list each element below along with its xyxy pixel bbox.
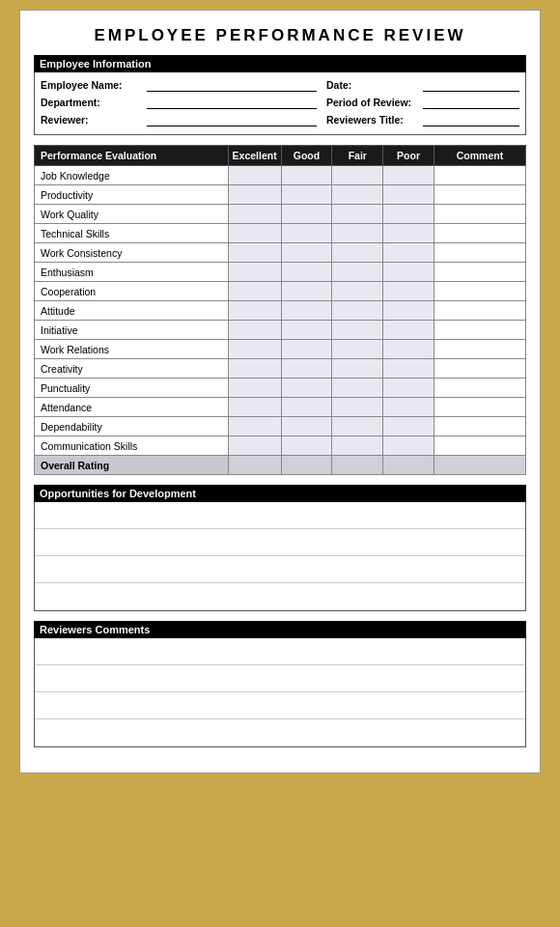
rating-cell-good-14[interactable] [281, 436, 332, 456]
rating-cell-fair-6[interactable] [332, 282, 383, 301]
col-header-category: Performance Evaluation [35, 146, 229, 166]
rating-cell-good-0[interactable] [281, 166, 332, 185]
period-group: Period of Review: [326, 96, 519, 109]
rating-cell-excellent-9[interactable] [228, 340, 281, 359]
rating-cell-good-6[interactable] [281, 282, 332, 301]
comment-cell-13[interactable] [434, 417, 525, 436]
rating-cell-excellent-6[interactable] [228, 282, 281, 301]
rating-cell-good-8[interactable] [281, 321, 332, 340]
rating-cell-excellent-12[interactable] [228, 398, 281, 417]
rating-cell-poor-13[interactable] [383, 417, 434, 436]
rating-cell-excellent-1[interactable] [228, 185, 281, 205]
employee-name-input[interactable] [147, 78, 317, 92]
department-input[interactable] [147, 96, 317, 109]
rating-cell-good-9[interactable] [281, 340, 332, 359]
comment-cell-9[interactable] [434, 340, 525, 359]
comment-cell-8[interactable] [434, 321, 525, 340]
comment-cell-11[interactable] [434, 379, 525, 398]
comment-cell-6[interactable] [434, 282, 525, 301]
rating-cell-fair-1[interactable] [332, 185, 383, 205]
rating-cell-poor-0[interactable] [383, 166, 434, 185]
rating-cell-poor-9[interactable] [383, 340, 434, 359]
rating-cell-fair-4[interactable] [332, 243, 383, 263]
rating-cell-poor-5[interactable] [383, 263, 434, 282]
rating-cell-excellent-13[interactable] [228, 417, 281, 436]
rating-cell-excellent-15[interactable] [228, 456, 281, 475]
dev-line-1[interactable] [35, 502, 525, 529]
rating-cell-good-2[interactable] [281, 205, 332, 224]
rating-cell-excellent-14[interactable] [228, 436, 281, 456]
comment-cell-2[interactable] [434, 205, 525, 224]
rating-cell-poor-15[interactable] [383, 456, 434, 475]
rating-cell-fair-10[interactable] [332, 359, 383, 379]
rating-cell-fair-13[interactable] [332, 417, 383, 436]
rating-cell-good-10[interactable] [281, 359, 332, 379]
comment-cell-15[interactable] [434, 456, 525, 475]
rating-cell-fair-7[interactable] [332, 301, 383, 321]
reviewer-title-input[interactable] [423, 113, 519, 126]
rating-cell-poor-4[interactable] [383, 243, 434, 263]
comment-cell-3[interactable] [434, 224, 525, 243]
date-input[interactable] [423, 78, 519, 92]
rating-cell-good-4[interactable] [281, 243, 332, 263]
row-category-10: Creativity [35, 359, 229, 379]
rating-cell-good-12[interactable] [281, 398, 332, 417]
rating-cell-fair-12[interactable] [332, 398, 383, 417]
development-body [34, 502, 526, 611]
table-row: Cooperation [35, 282, 526, 301]
rating-cell-excellent-5[interactable] [228, 263, 281, 282]
rating-cell-fair-2[interactable] [332, 205, 383, 224]
comment-cell-12[interactable] [434, 398, 525, 417]
rating-cell-excellent-2[interactable] [228, 205, 281, 224]
comment-cell-0[interactable] [434, 166, 525, 185]
rating-cell-good-7[interactable] [281, 301, 332, 321]
rating-cell-fair-8[interactable] [332, 321, 383, 340]
rating-cell-good-1[interactable] [281, 185, 332, 205]
reviewer-label: Reviewer: [41, 114, 147, 126]
comment-line-4[interactable] [35, 719, 525, 746]
dev-line-2[interactable] [35, 529, 525, 556]
comment-line-1[interactable] [35, 638, 525, 665]
rating-cell-excellent-0[interactable] [228, 166, 281, 185]
comment-line-2[interactable] [35, 665, 525, 692]
comment-cell-14[interactable] [434, 436, 525, 456]
rating-cell-good-11[interactable] [281, 379, 332, 398]
rating-cell-poor-3[interactable] [383, 224, 434, 243]
rating-cell-poor-10[interactable] [383, 359, 434, 379]
dev-line-3[interactable] [35, 556, 525, 583]
rating-cell-poor-14[interactable] [383, 436, 434, 456]
reviewer-input[interactable] [147, 113, 317, 126]
comment-cell-1[interactable] [434, 185, 525, 205]
rating-cell-poor-8[interactable] [383, 321, 434, 340]
rating-cell-poor-2[interactable] [383, 205, 434, 224]
rating-cell-fair-5[interactable] [332, 263, 383, 282]
rating-cell-excellent-8[interactable] [228, 321, 281, 340]
rating-cell-poor-12[interactable] [383, 398, 434, 417]
rating-cell-fair-14[interactable] [332, 436, 383, 456]
rating-cell-fair-9[interactable] [332, 340, 383, 359]
rating-cell-poor-1[interactable] [383, 185, 434, 205]
rating-cell-excellent-7[interactable] [228, 301, 281, 321]
rating-cell-excellent-3[interactable] [228, 224, 281, 243]
rating-cell-good-3[interactable] [281, 224, 332, 243]
comment-line-3[interactable] [35, 692, 525, 719]
rating-cell-good-15[interactable] [281, 456, 332, 475]
rating-cell-excellent-10[interactable] [228, 359, 281, 379]
rating-cell-poor-6[interactable] [383, 282, 434, 301]
comment-cell-10[interactable] [434, 359, 525, 379]
rating-cell-good-5[interactable] [281, 263, 332, 282]
rating-cell-fair-11[interactable] [332, 379, 383, 398]
rating-cell-excellent-4[interactable] [228, 243, 281, 263]
rating-cell-excellent-11[interactable] [228, 379, 281, 398]
rating-cell-fair-3[interactable] [332, 224, 383, 243]
rating-cell-fair-15[interactable] [332, 456, 383, 475]
dev-line-4[interactable] [35, 583, 525, 610]
period-input[interactable] [423, 96, 519, 109]
rating-cell-poor-11[interactable] [383, 379, 434, 398]
comment-cell-4[interactable] [434, 243, 525, 263]
comment-cell-5[interactable] [434, 263, 525, 282]
rating-cell-good-13[interactable] [281, 417, 332, 436]
rating-cell-poor-7[interactable] [383, 301, 434, 321]
comment-cell-7[interactable] [434, 301, 525, 321]
rating-cell-fair-0[interactable] [332, 166, 383, 185]
